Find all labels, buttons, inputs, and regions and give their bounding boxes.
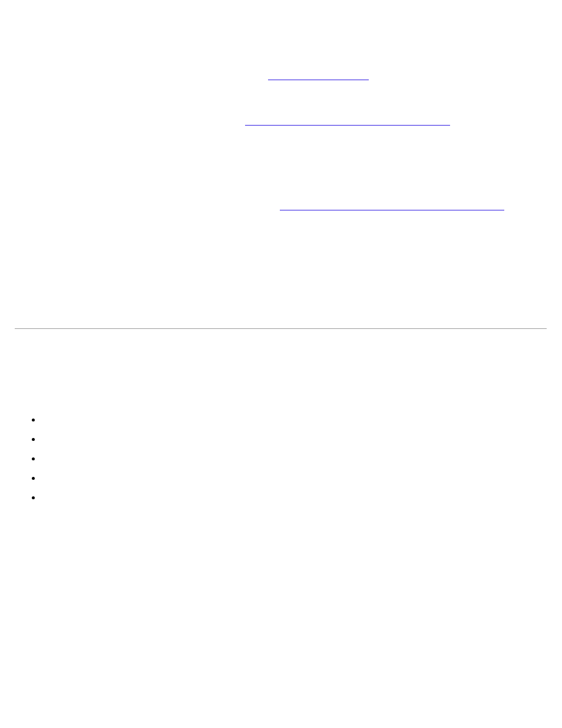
link-2[interactable] (245, 125, 450, 126)
link-1[interactable] (268, 80, 369, 80)
link-3[interactable] (280, 210, 504, 210)
divider (15, 328, 547, 329)
page-root (0, 0, 562, 728)
